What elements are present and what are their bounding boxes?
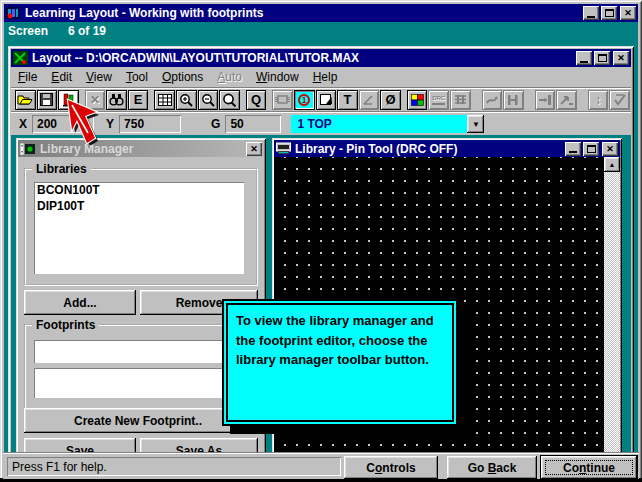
- layer-dropdown[interactable]: 1 TOP ▼: [291, 115, 484, 133]
- add-button-label: Add...: [63, 296, 96, 310]
- continue-button-label: Continue: [563, 461, 615, 475]
- layout-window-title: Layout -- D:\ORCADWIN\LAYOUT\TUTORIAL\TU…: [32, 51, 574, 65]
- exchange-ends-icon: [538, 94, 552, 106]
- go-back-button-label: Go Back: [468, 461, 517, 475]
- footprints-legend: Footprints: [32, 318, 99, 332]
- add-library-button[interactable]: Add...: [24, 290, 136, 315]
- controls-button[interactable]: Controls: [344, 456, 438, 479]
- menu-help[interactable]: Help: [306, 68, 345, 86]
- drc-icon: DRC: [432, 94, 445, 104]
- minimize-icon: [569, 151, 577, 153]
- text-letter-icon: T: [343, 93, 351, 106]
- finish-route-icon: [560, 94, 574, 106]
- y-coord-field[interactable]: 750: [119, 115, 181, 133]
- libraries-listbox[interactable]: BCON100TDIP100T: [34, 182, 244, 274]
- design-check-icon: [613, 93, 627, 106]
- continue-button[interactable]: Continue: [541, 456, 637, 479]
- pin-tool-title: Library - Pin Tool (DRC OFF): [295, 142, 563, 156]
- menu-tool[interactable]: Tool: [119, 68, 155, 86]
- zoom-in-button[interactable]: [176, 90, 197, 110]
- library-manager-close-button[interactable]: ✕: [246, 142, 262, 156]
- finish-route-button: [556, 90, 577, 110]
- layout-close-button[interactable]: ✕: [613, 51, 629, 65]
- obstacle-tool-button[interactable]: [316, 90, 337, 110]
- footprint-listbox[interactable]: [34, 368, 244, 398]
- maximize-icon: [605, 9, 614, 17]
- menu-options[interactable]: Options: [155, 68, 210, 86]
- exchange-ends-button: [535, 90, 556, 110]
- reconnect-icon: [454, 94, 467, 105]
- zoom-in-icon: [179, 93, 193, 107]
- app-icon: [6, 6, 21, 20]
- menu-auto: Auto: [210, 68, 249, 86]
- design-check-button: [609, 90, 630, 110]
- controls-button-label: Controls: [366, 461, 415, 475]
- pin-tool-button[interactable]: 1: [294, 90, 315, 110]
- layout-maximize-button[interactable]: [594, 51, 610, 65]
- component-chip-icon: [275, 94, 290, 105]
- grid-label: G: [211, 117, 220, 131]
- screen-label: Screen: [8, 24, 48, 38]
- repour-arrows-icon: ↕: [595, 94, 601, 106]
- zoom-all-button[interactable]: [219, 90, 240, 110]
- continue-button-frame: Continue: [540, 455, 638, 480]
- pin-tool-minimize-button[interactable]: [565, 142, 581, 156]
- library-manager-titlebar: Library Manager ✕: [18, 140, 264, 157]
- vertical-scrollbar[interactable]: ▲: [604, 157, 620, 456]
- reconnect-button: [450, 90, 471, 110]
- zoom-all-icon: [222, 93, 236, 107]
- open-folder-icon: [17, 93, 33, 106]
- go-back-button[interactable]: Go Back: [447, 456, 537, 479]
- maximize-icon: [598, 54, 607, 62]
- spreadsheet-grid-icon: [158, 94, 172, 106]
- list-item[interactable]: BCON100T: [34, 182, 244, 198]
- close-icon: ✕: [624, 8, 632, 18]
- edit-letter-icon: E: [134, 93, 143, 106]
- zoom-out-icon: [201, 93, 215, 107]
- pin-tool-close-button[interactable]: ✕: [602, 142, 618, 156]
- app-maximize-button[interactable]: [601, 6, 617, 20]
- learning-layout-app: Learning Layout - Working with footprint…: [0, 0, 642, 482]
- spreadsheet-button[interactable]: [154, 90, 175, 110]
- error-tool-button[interactable]: Ø: [380, 90, 401, 110]
- minimize-icon: [587, 16, 595, 18]
- create-button-label: Create New Footprint..: [74, 414, 202, 428]
- libraries-legend: Libraries: [32, 162, 91, 176]
- chevron-down-icon[interactable]: ▼: [467, 115, 484, 133]
- remove-button-label: Remove: [176, 296, 223, 310]
- edit-button[interactable]: E: [128, 90, 149, 110]
- app-title: Learning Layout - Working with footprint…: [25, 6, 581, 20]
- footprint-name-field[interactable]: [34, 340, 244, 363]
- online-drc-button: DRC: [428, 90, 449, 110]
- menu-window[interactable]: Window: [249, 68, 306, 86]
- layer-dropdown-value[interactable]: 1 TOP: [291, 115, 467, 133]
- screen-counter-bar: Screen 6 of 19: [4, 22, 638, 40]
- menu-edit[interactable]: Edit: [44, 68, 79, 86]
- app-minimize-button[interactable]: [583, 6, 599, 20]
- color-settings-button[interactable]: [407, 90, 428, 110]
- layout-minimize-button[interactable]: [576, 51, 592, 65]
- screen-counter: 6 of 19: [68, 24, 106, 38]
- error-slash-icon: Ø: [385, 93, 395, 106]
- open-button[interactable]: [15, 90, 36, 110]
- edit-segment-icon: [506, 94, 520, 106]
- text-tool-button[interactable]: T: [337, 90, 358, 110]
- menu-view[interactable]: View: [79, 68, 119, 86]
- app-close-button[interactable]: ✕: [620, 6, 636, 20]
- pin-tool-icon: 1: [298, 94, 310, 106]
- shove-track-icon: [485, 94, 499, 106]
- component-tool-button: [272, 90, 293, 110]
- pin-tool-maximize-button[interactable]: [583, 142, 599, 156]
- save-button[interactable]: [37, 90, 58, 110]
- create-new-footprint-button[interactable]: Create New Footprint..: [24, 408, 252, 433]
- libraries-groupbox: Libraries BCON100TDIP100T: [24, 168, 258, 286]
- zoom-out-button[interactable]: [198, 90, 219, 110]
- list-item[interactable]: DIP100T: [34, 198, 244, 214]
- layout-menubar: File Edit View Tool Options Auto Window …: [11, 67, 631, 87]
- grid-field[interactable]: 50: [225, 115, 281, 133]
- close-icon: ✕: [606, 144, 614, 154]
- scroll-up-button[interactable]: ▲: [604, 157, 620, 172]
- menu-file[interactable]: File: [11, 68, 44, 86]
- query-button[interactable]: Q: [246, 90, 267, 110]
- dimension-icon: [362, 94, 375, 106]
